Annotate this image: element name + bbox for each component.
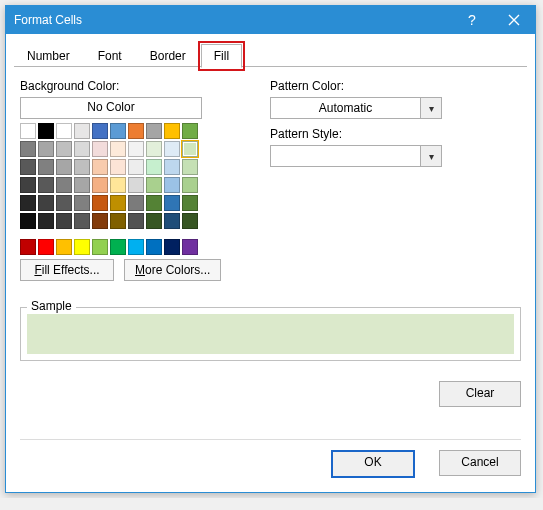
chevron-down-icon: ▾ — [420, 98, 441, 118]
color-swatch[interactable] — [92, 141, 108, 157]
sample-box: Sample — [20, 307, 521, 361]
cancel-button[interactable]: Cancel — [439, 450, 521, 476]
color-swatch[interactable] — [128, 123, 144, 139]
color-swatch[interactable] — [182, 141, 198, 157]
color-swatch[interactable] — [74, 195, 90, 211]
color-swatch[interactable] — [92, 239, 108, 255]
color-swatch[interactable] — [182, 177, 198, 193]
color-swatch[interactable] — [164, 213, 180, 229]
color-swatch[interactable] — [164, 141, 180, 157]
tab-fill[interactable]: Fill — [201, 44, 242, 68]
help-button[interactable]: ? — [451, 6, 493, 34]
color-swatch[interactable] — [74, 141, 90, 157]
color-swatch[interactable] — [128, 159, 144, 175]
color-swatch[interactable] — [92, 213, 108, 229]
color-swatch[interactable] — [128, 177, 144, 193]
color-swatch[interactable] — [38, 177, 54, 193]
more-colors-button[interactable]: More Colors... — [124, 259, 221, 281]
color-swatch[interactable] — [92, 123, 108, 139]
color-swatch[interactable] — [182, 213, 198, 229]
color-swatch[interactable] — [146, 213, 162, 229]
color-swatch[interactable] — [182, 159, 198, 175]
tab-font[interactable]: Font — [85, 44, 135, 67]
color-swatch[interactable] — [56, 195, 72, 211]
color-swatch[interactable] — [56, 123, 72, 139]
color-swatch[interactable] — [74, 159, 90, 175]
color-swatch[interactable] — [56, 159, 72, 175]
close-button[interactable] — [493, 6, 535, 34]
color-swatch[interactable] — [128, 213, 144, 229]
color-swatch[interactable] — [20, 141, 36, 157]
pattern-style-value — [271, 146, 420, 166]
color-swatch-grid — [20, 123, 240, 229]
color-swatch[interactable] — [182, 239, 198, 255]
color-swatch[interactable] — [110, 195, 126, 211]
color-swatch[interactable] — [110, 213, 126, 229]
color-swatch[interactable] — [20, 159, 36, 175]
color-swatch[interactable] — [92, 159, 108, 175]
dialog-title: Format Cells — [14, 13, 451, 27]
tab-strip: Number Font Border Fill — [6, 34, 535, 67]
color-swatch[interactable] — [182, 195, 198, 211]
color-swatch[interactable] — [56, 177, 72, 193]
color-swatch[interactable] — [110, 159, 126, 175]
color-swatch[interactable] — [56, 213, 72, 229]
color-swatch[interactable] — [20, 213, 36, 229]
pattern-color-combo[interactable]: Automatic ▾ — [270, 97, 442, 119]
color-swatch[interactable] — [20, 177, 36, 193]
color-swatch[interactable] — [38, 239, 54, 255]
color-swatch[interactable] — [128, 141, 144, 157]
color-swatch[interactable] — [110, 177, 126, 193]
color-swatch[interactable] — [164, 159, 180, 175]
color-swatch[interactable] — [20, 195, 36, 211]
color-swatch[interactable] — [146, 239, 162, 255]
pattern-section: Pattern Color: Automatic ▾ Pattern Style… — [270, 79, 521, 281]
color-swatch[interactable] — [56, 239, 72, 255]
color-swatch[interactable] — [128, 195, 144, 211]
tab-border[interactable]: Border — [137, 44, 199, 67]
color-swatch[interactable] — [146, 159, 162, 175]
color-swatch[interactable] — [20, 123, 36, 139]
color-swatch[interactable] — [110, 123, 126, 139]
color-swatch[interactable] — [56, 141, 72, 157]
no-color-button[interactable]: No Color — [20, 97, 202, 119]
color-swatch[interactable] — [164, 195, 180, 211]
color-swatch[interactable] — [74, 239, 90, 255]
color-swatch[interactable] — [38, 213, 54, 229]
color-swatch[interactable] — [164, 123, 180, 139]
color-swatch[interactable] — [38, 195, 54, 211]
pattern-style-label: Pattern Style: — [270, 127, 521, 141]
color-swatch[interactable] — [74, 213, 90, 229]
color-swatch[interactable] — [38, 123, 54, 139]
pattern-color-value: Automatic — [271, 98, 420, 118]
sample-label: Sample — [27, 299, 76, 313]
color-swatch[interactable] — [74, 177, 90, 193]
fill-effects-button[interactable]: Fill Effects... — [20, 259, 114, 281]
color-swatch[interactable] — [92, 177, 108, 193]
color-swatch[interactable] — [146, 177, 162, 193]
color-swatch[interactable] — [146, 141, 162, 157]
color-swatch[interactable] — [74, 123, 90, 139]
background-color-section: Background Color: No Color Fill Effects.… — [20, 79, 240, 281]
color-swatch[interactable] — [20, 239, 36, 255]
color-swatch[interactable] — [128, 239, 144, 255]
color-swatch[interactable] — [38, 141, 54, 157]
color-swatch[interactable] — [146, 195, 162, 211]
ok-button[interactable]: OK — [331, 450, 415, 478]
sample-fill — [27, 314, 514, 354]
color-swatch[interactable] — [164, 239, 180, 255]
clear-button[interactable]: Clear — [439, 381, 521, 407]
color-swatch[interactable] — [164, 177, 180, 193]
background-color-label: Background Color: — [20, 79, 240, 93]
chevron-down-icon: ▾ — [420, 146, 441, 166]
pattern-style-combo[interactable]: ▾ — [270, 145, 442, 167]
color-swatch[interactable] — [110, 239, 126, 255]
sample-section: Sample — [6, 307, 535, 371]
dialog-body: Background Color: No Color Fill Effects.… — [6, 67, 535, 281]
color-swatch[interactable] — [110, 141, 126, 157]
color-swatch[interactable] — [92, 195, 108, 211]
color-swatch[interactable] — [146, 123, 162, 139]
tab-number[interactable]: Number — [14, 44, 83, 67]
color-swatch[interactable] — [38, 159, 54, 175]
color-swatch[interactable] — [182, 123, 198, 139]
